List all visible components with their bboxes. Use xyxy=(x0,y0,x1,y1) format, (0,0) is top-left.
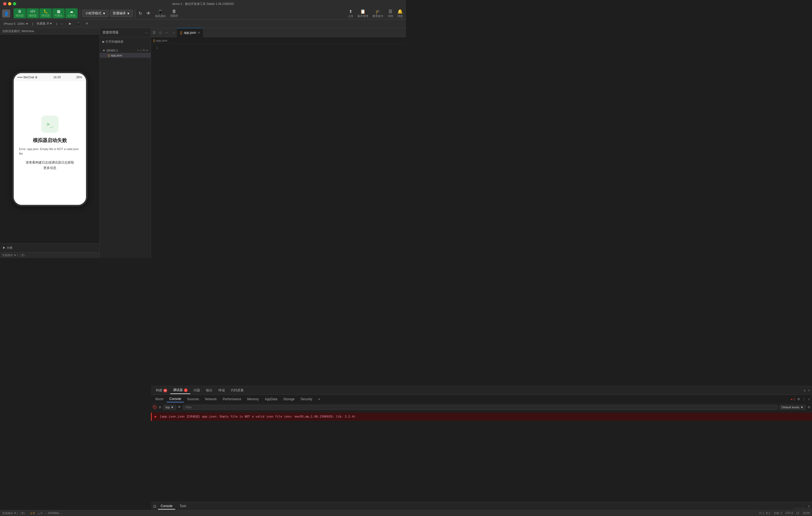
maximize-button[interactable] xyxy=(13,2,16,5)
new-folder-icon[interactable]: □ xyxy=(140,49,142,52)
phone-error-msg: Error: app.json: Empty file is NOT a val… xyxy=(19,147,81,156)
cloud-button[interactable]: ☁ 云开发 xyxy=(65,8,78,18)
mode-selector[interactable]: 小程序模式 ▼ xyxy=(82,10,109,17)
editor-tabs: ☰ ◇ ← → {} app.json × xyxy=(151,28,406,37)
phone-content: >_ 模拟器启动失败 Error: app.json: Empty file i… xyxy=(14,81,86,205)
main-layout: 当前渲染模式: WebView ••••• WeChat 令 16:29 28% xyxy=(0,28,406,258)
phone-signal-dots: ••••• WeChat 令 xyxy=(18,75,38,79)
preview-button[interactable]: 👁 xyxy=(145,10,152,17)
tab-close-button[interactable]: × xyxy=(198,30,200,35)
editor-panel: ☰ ◇ ← → {} app.json × {} app.json 1 xyxy=(151,28,406,258)
upload-button[interactable]: ⬆ 上传 xyxy=(347,8,354,19)
edu-button[interactable]: 🎓 教育套件 xyxy=(372,8,384,19)
back-button[interactable]: ← xyxy=(59,22,65,26)
version-button[interactable]: 📋 版本管理 xyxy=(356,8,369,19)
phone-logo: >_ xyxy=(41,115,58,133)
collapse-folder-icon[interactable]: ≡ xyxy=(146,49,148,52)
editor-bookmark[interactable]: ◇ xyxy=(157,30,163,34)
editor-nav-back[interactable]: ← xyxy=(163,30,170,34)
phone-battery: 28% xyxy=(76,76,82,79)
phone-frame: ••••• WeChat 令 16:29 28% >_ 模拟器启动失败 Erro… xyxy=(12,72,88,207)
new-file-icon[interactable]: + xyxy=(137,49,139,52)
title-bar: demo-1 - 微信开发者工具 Stable 1.06.2306020 xyxy=(0,0,406,7)
more-options-icon[interactable]: ··· xyxy=(145,30,148,35)
phone-container: ••••• WeChat 令 16:29 28% >_ 模拟器启动失败 Erro… xyxy=(0,34,99,243)
tab-app-json-label: app.json xyxy=(184,31,196,34)
tab-app-json[interactable]: {} app.json × xyxy=(177,28,204,37)
editor-button[interactable]: </> 编辑器 xyxy=(26,8,39,18)
toolbar-right-icons: ⬆ 上传 📋 版本管理 🎓 教育套件 ☰ 详情 🔔 消息 xyxy=(347,8,404,19)
editor-sidebar-toggle[interactable]: ☰ xyxy=(151,30,157,34)
top-toolbar: 👤 🖥 模拟器 </> 编辑器 🐛 调试器 ▦ 可视化 ☁ 云开发 小程序模式 … xyxy=(0,7,406,20)
phone-icon-button[interactable]: 📱 xyxy=(75,21,82,26)
hotreload-button[interactable]: 热重载 开▼ xyxy=(35,21,54,26)
play-button[interactable]: ▶ xyxy=(67,21,73,26)
close-button[interactable] xyxy=(3,2,6,5)
simulator-status-bar: 页面路径 ▼ | （空） xyxy=(0,252,99,258)
editor-code[interactable] xyxy=(159,44,406,258)
refresh-folder-icon[interactable]: ↻ xyxy=(143,49,145,52)
render-mode-bar: 当前渲染模式: WebView xyxy=(0,28,99,34)
line-numbers: 1 xyxy=(151,44,159,258)
simulator-panel: 当前渲染模式: WebView ••••• WeChat 令 16:29 28% xyxy=(0,28,100,258)
refresh-button[interactable]: ↻ xyxy=(138,10,143,17)
demo1-section: ▼ DEMO-1 + □ ↻ ≡ {} app.json xyxy=(100,46,151,59)
file-explorer-header: 资源管理器 ··· xyxy=(100,28,151,37)
demo1-section-header[interactable]: ▼ DEMO-1 + □ ↻ ≡ xyxy=(100,48,151,53)
avatar[interactable]: 👤 xyxy=(2,9,10,18)
page-path-label: 页面路径 ▼ | （空） xyxy=(2,253,27,257)
secondary-toolbar: iPhone 5 100% ▼ | 热重载 开▼ | ← ▶ 📱 ⟳ xyxy=(0,20,406,28)
compile-selector[interactable]: 普通编译 ▼ xyxy=(110,10,133,17)
clear-cache-button[interactable]: 🗑 清缓存 xyxy=(169,8,179,19)
notify-button[interactable]: 🔔 消息 xyxy=(396,8,404,19)
open-editors-section: ▶ 打开的编辑器 xyxy=(100,37,151,46)
editor-nav-forward[interactable]: → xyxy=(170,30,177,34)
editor-breadcrumb: {} app.json xyxy=(151,37,406,44)
phone-time: 16:29 xyxy=(53,76,61,79)
phone-status-bar: ••••• WeChat 令 16:29 28% xyxy=(14,73,86,81)
phone-logo-text: >_ xyxy=(47,121,53,127)
open-editors-header[interactable]: ▶ 打开的编辑器 xyxy=(100,39,151,45)
real-device-button[interactable]: 📱 真机调试 xyxy=(154,8,167,19)
minimize-button[interactable] xyxy=(8,2,11,5)
file-explorer-title: 资源管理器 xyxy=(103,30,119,35)
file-explorer-panel: 资源管理器 ··· ▶ 打开的编辑器 ▼ DEMO-1 + □ ↻ ≡ xyxy=(100,28,151,258)
editor-area: 1 xyxy=(151,44,406,258)
visual-button[interactable]: ▦ 可视化 xyxy=(52,8,65,18)
phone-error-title: 模拟器启动失败 xyxy=(33,137,67,143)
debugger-button[interactable]: 🐛 调试器 xyxy=(39,8,52,18)
simulator-button[interactable]: 🖥 模拟器 xyxy=(13,8,26,18)
outline-section[interactable]: ▶ 大纲 xyxy=(0,243,99,252)
rotate-button[interactable]: ⟳ xyxy=(84,21,90,26)
device-selector[interactable]: iPhone 5 100% ▼ xyxy=(2,22,30,26)
file-item-app-json[interactable]: {} app.json xyxy=(100,53,151,58)
file-explorer-icons: ··· xyxy=(145,30,148,35)
phone-hint: 请查看构建日志或调试器日志获取更多信息 xyxy=(26,160,74,170)
detail-button[interactable]: ☰ 详情 xyxy=(386,8,394,19)
window-title: demo-1 - 微信开发者工具 Stable 1.06.2306020 xyxy=(172,2,234,6)
traffic-lights xyxy=(3,2,16,5)
